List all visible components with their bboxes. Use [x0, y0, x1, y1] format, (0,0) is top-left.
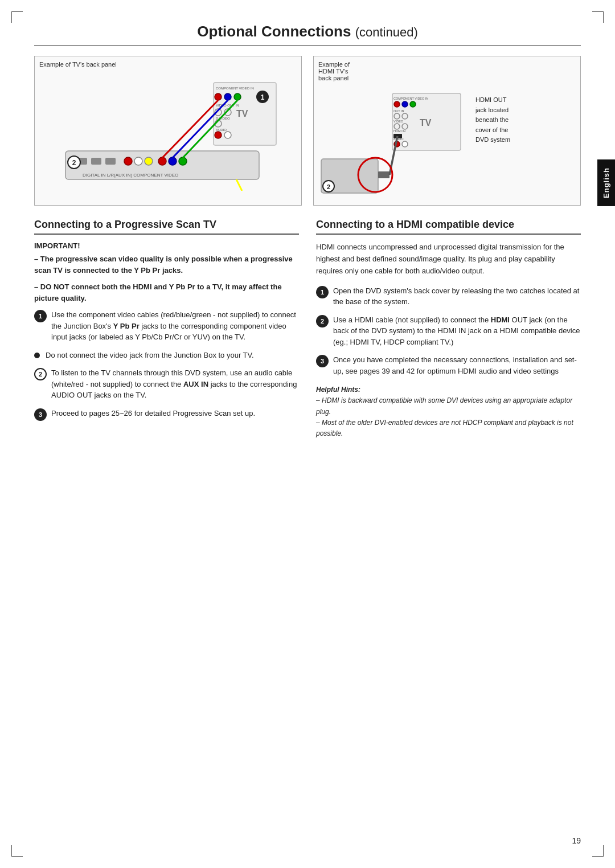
svg-point-16	[234, 93, 241, 100]
right-column: Connecting to a HDMI compatible device H…	[316, 218, 581, 439]
hints-title: Helpful Hints:	[316, 386, 360, 394]
svg-point-8	[169, 157, 177, 165]
svg-point-37	[402, 101, 408, 107]
svg-point-9	[179, 157, 187, 165]
svg-text:1: 1	[261, 93, 265, 101]
important-text-1: – The progressive scan video quality is …	[34, 253, 299, 276]
right-diagram-box: Example of HDMI TV's back panel TV COMPO…	[313, 56, 581, 206]
svg-text:COMPONENT VIDEO IN: COMPONENT VIDEO IN	[216, 87, 254, 90]
svg-line-32	[236, 179, 242, 191]
helpful-hints: Helpful Hints: – HDMI is backward compat…	[316, 384, 581, 439]
svg-rect-3	[105, 158, 116, 165]
hdmi-step-3-text: Once you have completed the necessary co…	[333, 354, 581, 376]
corner-mark-tl	[11, 11, 23, 23]
svg-text:HDMI IN: HDMI IN	[393, 129, 405, 133]
svg-point-24	[224, 132, 231, 138]
svg-text:TV: TV	[420, 118, 432, 128]
svg-point-44	[402, 124, 408, 129]
hdmi-step-num-3: 3	[316, 355, 329, 367]
hdmi-tv-panel-svg: TV COMPONENT VIDEO IN OUT IN VIDEO HDMI …	[318, 85, 466, 199]
svg-point-15	[224, 93, 231, 100]
hint-2: – Most of the older DVI-enabled devices …	[316, 419, 573, 437]
right-steps-list: 1 Open the DVD system's back cover by re…	[316, 285, 581, 377]
main-content: Connecting to a Progressive Scan TV IMPO…	[34, 218, 581, 439]
hdmi-step-num-2: 2	[316, 315, 329, 327]
tv-back-panel-svg: DIGITAL IN L/R(AUX IN) COMPONENT VIDEO T…	[39, 71, 297, 191]
svg-point-38	[410, 101, 416, 107]
svg-point-23	[215, 132, 222, 138]
bullet-dot-1	[34, 353, 40, 358]
left-step-3: 3 Proceed to pages 25~26 for detailed Pr…	[34, 408, 299, 421]
svg-text:OUT   IN: OUT IN	[393, 109, 404, 113]
left-step-2: 2 To listen to the TV channels through t…	[34, 367, 299, 401]
svg-text:2: 2	[72, 159, 76, 167]
svg-point-14	[215, 93, 222, 100]
right-diagram-label: Example of HDMI TV's back panel	[318, 61, 466, 81]
svg-text:AUDIO: AUDIO	[216, 128, 227, 132]
svg-point-40	[394, 113, 400, 119]
corner-mark-br	[592, 845, 604, 857]
svg-text:TV: TV	[236, 109, 248, 118]
bullet-1-text: Do not connect the video jack from the J…	[46, 350, 254, 361]
svg-rect-51	[378, 171, 390, 178]
corner-mark-tr	[592, 11, 604, 23]
hdmi-step-2-text: Use a HDMI cable (not supplied) to conne…	[333, 314, 581, 348]
svg-text:2: 2	[327, 183, 330, 190]
left-bullet-1: Do not connect the video jack from the J…	[34, 350, 299, 361]
step-num-1: 1	[34, 310, 47, 322]
left-step-1: 1 Use the component video cables (red/bl…	[34, 309, 299, 343]
step-num-2: 2	[34, 368, 47, 380]
left-section-title: Connecting to a Progressive Scan TV	[34, 218, 299, 235]
important-text-2: – DO NOT connect both the HDMI and Y Pb …	[34, 281, 299, 304]
svg-point-49	[402, 141, 408, 147]
hint-1: – HDMI is backward compatible with some …	[316, 396, 572, 415]
page-number: 19	[572, 836, 581, 845]
page-title: Optional Connections (continued)	[34, 23, 581, 46]
left-steps-list: 1 Use the component video cables (red/bl…	[34, 309, 299, 421]
hdmi-step-1-text: Open the DVD system's back cover by rele…	[333, 285, 581, 308]
svg-point-41	[402, 113, 408, 119]
right-step-1: 1 Open the DVD system's back cover by re…	[316, 285, 581, 308]
step-2-text: To listen to the TV channels through thi…	[51, 367, 299, 401]
svg-text:VIDEO: VIDEO	[393, 120, 404, 123]
svg-point-5	[134, 157, 142, 165]
svg-text:COMPONENT VIDEO IN: COMPONENT VIDEO IN	[393, 97, 428, 100]
svg-point-43	[394, 124, 400, 129]
step-num-3: 3	[34, 408, 47, 421]
right-step-3: 3 Once you have completed the necessary …	[316, 354, 581, 376]
left-diagram-label: Example of TV's back panel	[39, 61, 297, 68]
right-section-title: Connecting to a HDMI compatible device	[316, 218, 581, 235]
svg-point-4	[124, 157, 132, 165]
left-diagram-box: Example of TV's back panel DIGITAL IN L/…	[34, 56, 302, 206]
svg-point-36	[394, 101, 400, 107]
svg-rect-2	[91, 158, 101, 165]
svg-point-6	[145, 157, 153, 165]
corner-mark-bl	[11, 845, 23, 857]
step-1-text: Use the component video cables (red/blue…	[51, 309, 299, 343]
hdmi-step-num-1: 1	[316, 286, 329, 298]
right-step-2: 2 Use a HDMI cable (not supplied) to con…	[316, 314, 581, 348]
svg-point-7	[158, 157, 166, 165]
svg-text:DIGITAL IN  L/R(AUX IN)  COMPO: DIGITAL IN L/R(AUX IN) COMPONENT VIDEO	[83, 173, 178, 178]
diagrams-row: Example of TV's back panel DIGITAL IN L/…	[34, 56, 581, 206]
hdmi-intro: HDMI connects uncompressed and unprocess…	[316, 241, 581, 277]
left-column: Connecting to a Progressive Scan TV IMPO…	[34, 218, 299, 439]
svg-text:VIDEO OUT  IN: VIDEO OUT IN	[216, 104, 239, 107]
important-label: IMPORTANT!	[34, 241, 299, 250]
english-tab: English	[597, 159, 615, 206]
svg-text:AUDIO: AUDIO	[393, 137, 404, 141]
hdmi-out-note: HDMI OUTjack locatedbeneath thecover of …	[475, 95, 510, 145]
step-3-text: Proceed to pages 25~26 for detailed Prog…	[51, 408, 255, 419]
